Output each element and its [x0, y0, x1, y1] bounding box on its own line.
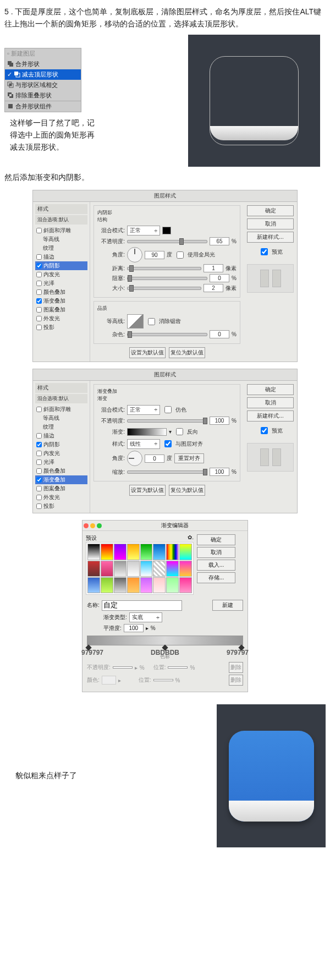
final-text: 貌似粗来点样子了 — [4, 771, 101, 781]
delete-stop-button[interactable]: 删除 — [229, 675, 243, 686]
scale-input[interactable]: 100 — [210, 468, 229, 476]
load-button[interactable]: 载入... — [197, 560, 235, 571]
fx-bevel[interactable]: 斜面和浮雕 — [35, 405, 87, 414]
styles-header[interactable]: 样式 — [35, 383, 87, 393]
blend-mode-select[interactable]: 正常÷ — [127, 405, 160, 415]
stop-color-swatch[interactable] — [102, 676, 116, 685]
delete-stop-button[interactable]: 删除 — [229, 662, 243, 673]
gradient-picker[interactable] — [127, 428, 167, 436]
gear-icon[interactable]: ✿. — [188, 534, 194, 542]
angle-dial[interactable] — [127, 247, 142, 262]
fx-satin[interactable]: 光泽 — [35, 458, 87, 467]
fx-satin[interactable]: 光泽 — [35, 279, 87, 288]
fx-pattern-overlay[interactable]: 图案叠加 — [35, 305, 87, 314]
blend-options[interactable]: 混合选项:默认 — [35, 215, 87, 225]
ok-button[interactable]: 确定 — [247, 205, 294, 216]
reset-default-button[interactable]: 复位为默认值 — [169, 347, 205, 358]
menu-item-intersect[interactable]: 与形状区域相交 — [5, 80, 81, 90]
size-slider[interactable] — [127, 287, 201, 290]
anti-alias-check[interactable] — [148, 318, 155, 325]
new-style-button[interactable]: 新建样式... — [247, 410, 294, 421]
fx-texture[interactable]: 纹理 — [35, 423, 87, 431]
gradient-presets-grid[interactable] — [86, 542, 194, 595]
angle-input[interactable]: 0 — [145, 455, 164, 463]
opacity-slider[interactable] — [127, 240, 207, 243]
gradient-style-select[interactable]: 线性÷ — [127, 439, 160, 449]
reset-default-button[interactable]: 复位为默认值 — [169, 485, 205, 496]
ok-button[interactable]: 确定 — [197, 534, 235, 545]
editor-title: 渐变编辑器 — [103, 522, 246, 529]
fx-outer-glow[interactable]: 外发光 — [35, 493, 87, 502]
angle-input[interactable]: 90 — [145, 251, 164, 259]
opacity-input[interactable]: 65 — [210, 237, 229, 245]
noise-input[interactable]: 0 — [210, 330, 229, 338]
fx-stroke[interactable]: 描边 — [35, 431, 87, 440]
opacity-slider[interactable] — [127, 419, 207, 423]
noise-slider[interactable] — [127, 333, 207, 336]
fx-stroke[interactable]: 描边 — [35, 253, 87, 261]
blend-mode-select[interactable]: 正常÷ — [127, 226, 160, 236]
fx-gradient-overlay[interactable]: 渐变叠加 — [35, 297, 87, 305]
opacity-input[interactable]: 100 — [210, 417, 229, 425]
fx-drop-shadow[interactable]: 投影 — [35, 323, 87, 332]
fx-color-overlay[interactable]: 颜色叠加 — [35, 288, 87, 297]
angle-dial[interactable] — [127, 451, 142, 466]
fx-contour[interactable]: 等高线 — [35, 235, 87, 244]
close-icon[interactable] — [84, 523, 89, 528]
fx-inner-glow[interactable]: 内发光 — [35, 270, 87, 279]
panel-title: 图层样式 — [33, 369, 297, 381]
size-input[interactable]: 2 — [204, 284, 223, 292]
preview-check[interactable] — [261, 248, 268, 255]
menu-item-subtract[interactable]: ✓减去顶层形状 — [5, 69, 81, 80]
ok-button[interactable]: 确定 — [247, 384, 294, 395]
fx-color-overlay[interactable]: 颜色叠加 — [35, 467, 87, 475]
smoothness-input[interactable]: 100 — [124, 624, 144, 632]
maximize-icon[interactable] — [97, 523, 102, 528]
gradient-bar[interactable] — [87, 636, 243, 645]
distance-slider[interactable] — [127, 267, 201, 270]
choke-input[interactable]: 0 — [210, 274, 229, 282]
fx-outer-glow[interactable]: 外发光 — [35, 314, 87, 323]
menu-item-exclude[interactable]: 排除重叠形状 — [5, 90, 81, 101]
gradient-name-input[interactable] — [102, 600, 182, 611]
preview-check[interactable] — [261, 427, 268, 434]
blend-options[interactable]: 混合选项:默认 — [35, 394, 87, 403]
fx-inner-shadow[interactable]: 内阴影 — [35, 440, 87, 449]
menu-item-merge[interactable]: 合并形状 — [5, 59, 81, 69]
minimize-icon[interactable] — [90, 523, 95, 528]
scale-slider[interactable] — [127, 470, 207, 474]
fx-inner-glow[interactable]: 内发光 — [35, 449, 87, 458]
cancel-button[interactable]: 取消 — [247, 218, 294, 229]
preview-canvas-outline — [188, 35, 320, 167]
styles-header[interactable]: 样式 — [35, 204, 87, 214]
global-light-check[interactable] — [177, 251, 184, 259]
cancel-button[interactable]: 取消 — [197, 547, 235, 558]
menu-item-new-layer[interactable]: ▫新建图层 — [5, 48, 81, 59]
align-layer-check[interactable] — [164, 440, 172, 447]
choke-slider[interactable] — [127, 277, 207, 280]
fx-texture[interactable]: 纹理 — [35, 244, 87, 253]
contour-picker[interactable] — [127, 314, 144, 329]
distance-input[interactable]: 1 — [204, 264, 223, 272]
new-gradient-button[interactable]: 新建 — [212, 600, 243, 611]
fx-drop-shadow[interactable]: 投影 — [35, 502, 87, 511]
fx-pattern-overlay[interactable]: 图案叠加 — [35, 484, 87, 493]
menu-item-merge-components[interactable]: 合并形状组件 — [5, 101, 81, 112]
set-default-button[interactable]: 设置为默认值 — [129, 485, 166, 496]
new-style-button[interactable]: 新建样式... — [247, 232, 294, 243]
fx-gradient-overlay[interactable]: 渐变叠加 — [35, 475, 87, 484]
reset-align-button[interactable]: 重置对齐 — [174, 453, 204, 463]
set-default-button[interactable]: 设置为默认值 — [129, 347, 166, 358]
cancel-button[interactable]: 取消 — [247, 397, 294, 408]
fx-inner-shadow[interactable]: 内阴影 — [35, 261, 87, 270]
intro-text: 5 . 下面是厚度层，这个也简单，复制底板层，清除图层样式，命名为厚度层，然后按… — [4, 6, 326, 30]
dither-check[interactable] — [164, 406, 172, 413]
fx-contour[interactable]: 等高线 — [35, 414, 87, 423]
reverse-check[interactable] — [176, 428, 183, 435]
gradient-type-select[interactable]: 实底÷ — [129, 612, 162, 622]
final-icon-preview — [217, 704, 326, 847]
save-button[interactable]: 存储... — [197, 572, 235, 583]
shape-combine-menu[interactable]: ▫新建图层 合并形状 ✓减去顶层形状 与形状区域相交 排除重叠形状 合并形状组件 — [4, 48, 81, 112]
shadow-color-swatch[interactable] — [162, 227, 171, 234]
fx-bevel[interactable]: 斜面和浮雕 — [35, 226, 87, 235]
